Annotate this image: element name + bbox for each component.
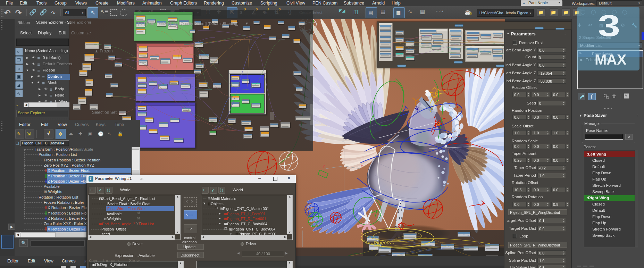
svg-text:Pigeon…: Pigeon… — [373, 239, 395, 246]
